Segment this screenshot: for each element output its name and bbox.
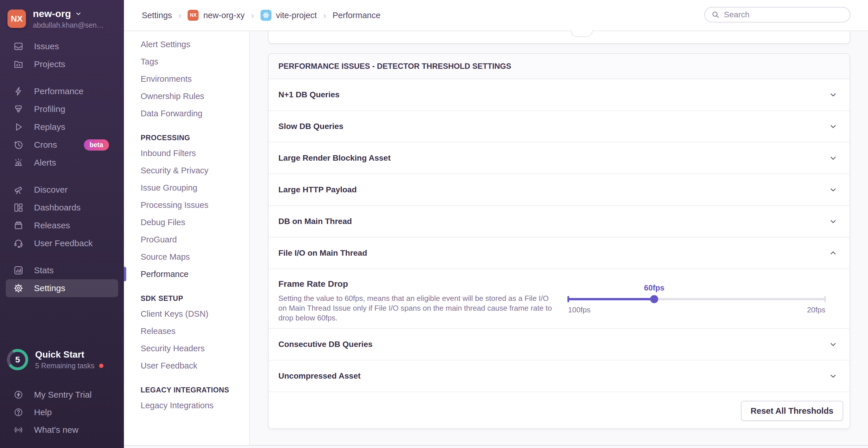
slider-thumb[interactable] <box>650 295 658 303</box>
slider-track[interactable] <box>568 298 825 300</box>
org-email: abdullah.khan@sen… <box>33 21 104 29</box>
chevron-down-icon <box>829 340 837 349</box>
chevron-up-icon <box>829 249 837 257</box>
sidebar-footer: My Sentry Trial Help What's new <box>0 386 124 439</box>
sidebar-item-settings[interactable]: Settings <box>6 279 118 297</box>
settings-nav-data-forwarding[interactable]: Data Forwarding <box>124 105 249 122</box>
sidebar-nav: Issues Projects Performance Profiling Re… <box>0 37 124 297</box>
settings-nav-security-headers[interactable]: Security Headers <box>124 340 249 357</box>
threshold-row-large-http-payload[interactable]: Large HTTP Payload <box>269 174 849 206</box>
settings-nav-legacy-integrations[interactable]: Legacy Integrations <box>124 397 249 414</box>
frame-rate-drop-description: Setting the value to 60fps, means that a… <box>278 294 552 323</box>
react-icon <box>260 10 272 21</box>
sidebar-item-label: Issues <box>34 41 59 51</box>
frame-rate-drop-section: Frame Rate Drop Setting the value to 60f… <box>269 269 849 329</box>
sidebar-item-crons[interactable]: Crons beta <box>0 136 124 154</box>
settings-nav-proguard[interactable]: ProGuard <box>124 231 249 248</box>
settings-nav-debug-files[interactable]: Debug Files <box>124 214 249 231</box>
threshold-row-db-on-main-thread[interactable]: DB on Main Thread <box>269 206 849 238</box>
settings-nav-releases[interactable]: Releases <box>124 322 249 340</box>
settings-nav-environments[interactable]: Environments <box>124 70 249 88</box>
settings-nav-tags[interactable]: Tags <box>124 53 249 70</box>
sidebar-item-trial[interactable]: My Sentry Trial <box>0 386 124 403</box>
sidebar-item-issues[interactable]: Issues <box>0 37 124 55</box>
sidebar-item-label: User Feedback <box>34 238 93 248</box>
sidebar-item-label: Replays <box>34 122 65 132</box>
threshold-settings-panel: PERFORMANCE ISSUES - DETECTOR THRESHOLD … <box>268 53 850 429</box>
settings-nav-inbound-filters[interactable]: Inbound Filters <box>124 144 249 162</box>
slider-right-cap <box>824 296 826 302</box>
settings-nav-issue-grouping[interactable]: Issue Grouping <box>124 179 249 196</box>
search-input[interactable] <box>724 10 843 19</box>
threshold-row-consecutive-db-queries[interactable]: Consecutive DB Queries <box>269 329 849 360</box>
user-feedback-icon <box>13 238 24 248</box>
sidebar-item-stats[interactable]: Stats <box>0 262 124 279</box>
sidebar-item-projects[interactable]: Projects <box>0 55 124 73</box>
settings-nav-security-privacy[interactable]: Security & Privacy <box>124 162 249 179</box>
sidebar-item-alerts[interactable]: Alerts <box>0 154 124 172</box>
previous-panel-edge <box>268 31 850 44</box>
threshold-row-large-render-blocking-asset[interactable]: Large Render Blocking Asset <box>269 142 849 174</box>
chevron-down-icon <box>75 10 82 17</box>
reset-all-thresholds-button[interactable]: Reset All Thresholds <box>741 401 843 421</box>
discover-icon <box>13 184 24 195</box>
sidebar-item-help[interactable]: Help <box>0 403 124 421</box>
quick-start-count: 5 <box>15 355 20 365</box>
org-switcher[interactable]: NX new-org abdullah.khan@sen… <box>7 8 104 29</box>
row-label: Consecutive DB Queries <box>278 340 373 349</box>
breadcrumb-org[interactable]: NX new-org-xy <box>188 10 244 21</box>
panel-notch <box>571 31 593 37</box>
settings-nav: Alert Settings Tags Environments Ownersh… <box>124 31 250 445</box>
performance-icon <box>13 86 24 97</box>
settings-nav-ownership-rules[interactable]: Ownership Rules <box>124 88 249 105</box>
chevron-down-icon <box>829 154 837 162</box>
threshold-row-n-plus-one-db-queries[interactable]: N+1 DB Queries <box>269 79 849 111</box>
sidebar-item-profiling[interactable]: Profiling <box>0 100 124 118</box>
breadcrumb-org-label: new-org-xy <box>203 11 244 20</box>
settings-nav-processing-issues[interactable]: Processing Issues <box>124 196 249 214</box>
settings-nav-performance[interactable]: Performance <box>124 266 249 283</box>
settings-nav-client-keys[interactable]: Client Keys (DSN) <box>124 305 249 322</box>
sidebar-item-label: What's new <box>34 425 79 435</box>
sidebar-item-replays[interactable]: Replays <box>0 118 124 136</box>
sidebar-item-label: Stats <box>34 266 54 275</box>
settings-nav-alert-settings[interactable]: Alert Settings <box>124 36 249 53</box>
threshold-row-slow-db-queries[interactable]: Slow DB Queries <box>269 111 849 142</box>
next-panel-edge <box>124 445 868 448</box>
sidebar-item-dashboards[interactable]: Dashboards <box>0 199 124 216</box>
slider-min-label: 100fps <box>568 306 590 314</box>
chevron-down-icon <box>829 217 837 226</box>
breadcrumb-project-label: vite-project <box>276 11 317 20</box>
sidebar-item-label: Releases <box>34 220 70 230</box>
gear-icon <box>13 283 24 294</box>
beta-badge: beta <box>84 139 109 150</box>
breadcrumb-settings[interactable]: Settings <box>142 11 172 20</box>
quick-start[interactable]: 5 Quick Start 5 Remaining tasks <box>7 349 103 370</box>
org-badge: NX <box>188 10 198 21</box>
main-content: PERFORMANCE ISSUES - DETECTOR THRESHOLD … <box>250 31 868 448</box>
row-label: Large HTTP Payload <box>278 185 357 194</box>
sidebar-item-label: Dashboards <box>34 203 81 212</box>
sidebar-item-releases[interactable]: Releases <box>0 216 124 234</box>
chevron-right-icon: › <box>323 10 326 21</box>
sidebar-item-performance[interactable]: Performance <box>0 82 124 100</box>
threshold-row-uncompressed-asset[interactable]: Uncompressed Asset <box>269 360 849 392</box>
slider-left-cap <box>567 296 569 302</box>
crons-icon <box>13 140 24 150</box>
sidebar-item-discover[interactable]: Discover <box>0 181 124 199</box>
stats-icon <box>13 265 24 276</box>
breadcrumb-project[interactable]: vite-project <box>260 10 317 21</box>
alert-dot <box>99 364 103 368</box>
sidebar-item-user-feedback[interactable]: User Feedback <box>0 234 124 252</box>
threshold-row-file-io-on-main-thread[interactable]: File I/O on Main Thread <box>269 238 849 269</box>
issues-icon <box>13 41 24 51</box>
sidebar-item-label: Profiling <box>34 104 65 114</box>
chevron-down-icon <box>829 185 837 194</box>
dashboards-icon <box>13 202 24 213</box>
settings-nav-source-maps[interactable]: Source Maps <box>124 248 249 266</box>
chevron-right-icon: › <box>178 10 182 21</box>
chevron-down-icon <box>829 91 837 99</box>
settings-nav-user-feedback[interactable]: User Feedback <box>124 357 249 374</box>
sidebar-item-whats-new[interactable]: What's new <box>0 421 124 439</box>
sidebar-item-label: Alerts <box>34 158 56 168</box>
